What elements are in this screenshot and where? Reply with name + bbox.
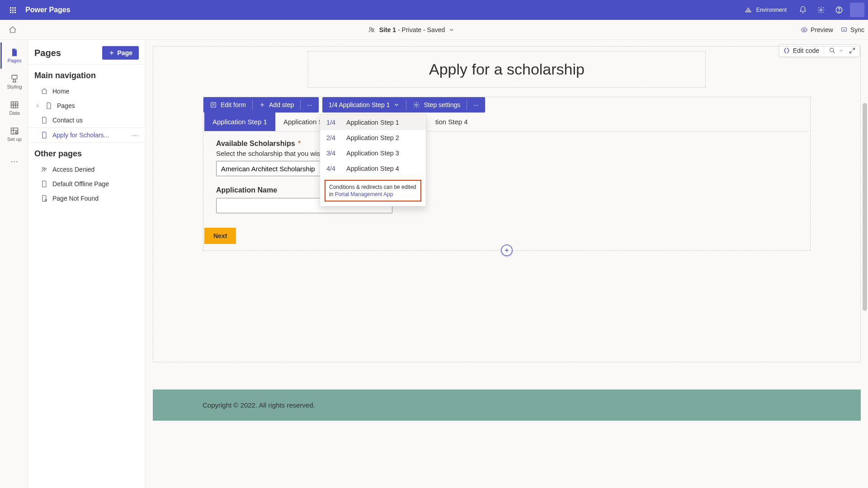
svg-point-5 (803, 29, 805, 31)
rail-more[interactable]: ··· (0, 147, 28, 174)
add-step-button[interactable]: Add step (253, 97, 300, 113)
chevron-down-icon (393, 102, 400, 108)
rail-data[interactable]: Data (0, 95, 28, 121)
sync-button[interactable]: Sync (840, 26, 864, 33)
rail-pages[interactable]: Pages (0, 42, 28, 69)
nav-pages[interactable]: Pages (28, 99, 145, 113)
page-icon (41, 117, 48, 124)
chevron-right-icon (34, 103, 41, 108)
nav-contact-label: Contact us (52, 117, 83, 124)
nav-pages-label: Pages (57, 102, 75, 109)
page-title: Apply for a scholarship (326, 61, 687, 78)
tab-step-1[interactable]: Application Step 1 (204, 113, 275, 131)
form-more-button[interactable]: ··· (301, 97, 319, 113)
svg-point-12 (45, 168, 46, 169)
step-index: 4/4 (326, 165, 339, 172)
step-dropdown-item-4[interactable]: 4/4 Application Step 4 (320, 161, 426, 176)
step-label: Application Step 4 (346, 165, 399, 172)
tab-step-4-partial[interactable]: tion Step 4 (427, 113, 476, 131)
site-name: Site 1 (379, 26, 396, 33)
step-more-button[interactable]: ··· (467, 97, 485, 113)
page-icon (45, 102, 52, 109)
page-heading-section[interactable]: Apply for a scholarship (308, 51, 706, 88)
rail-styling-label: Styling (7, 84, 22, 89)
step-dropdown-note: Conditions & redirects can be edited in … (325, 180, 421, 202)
scholarship-label: Available Scholarships (216, 140, 295, 147)
rail-styling[interactable]: Styling (0, 69, 28, 95)
portal-management-link[interactable]: Portal Management App (335, 191, 393, 197)
notifications-icon[interactable] (794, 1, 812, 19)
site-status[interactable]: Site 1 - Private - Saved (22, 26, 801, 34)
nav-page-not-found-label: Page Not Found (52, 195, 99, 202)
svg-point-10 (15, 131, 17, 133)
app-title: Power Pages (25, 6, 71, 14)
scholarship-help: Select the scholarship that you wis (216, 150, 321, 157)
preview-button[interactable]: Preview (801, 26, 833, 33)
rail-setup[interactable]: Set up (0, 121, 28, 147)
svg-point-4 (372, 28, 374, 30)
people-icon (41, 166, 48, 173)
design-canvas: Edit code Apply for a scholarship (146, 40, 868, 488)
step-dropdown-item-3[interactable]: 3/4 Application Step 3 (320, 145, 426, 161)
nav-default-offline[interactable]: Default Offline Page (28, 177, 145, 191)
environment-icon (744, 5, 753, 14)
rail-data-label: Data (9, 110, 19, 116)
form-section: Edit form Add step ··· 1/4 Application S… (203, 97, 811, 251)
svg-point-11 (42, 167, 44, 169)
app-launcher-icon[interactable] (4, 1, 22, 19)
step-label: Application Step 1 (346, 119, 399, 126)
more-icon: ··· (10, 157, 19, 166)
nav-contact[interactable]: Contact us (28, 113, 145, 127)
edit-form-button[interactable]: Edit form (203, 97, 252, 113)
step-dropdown: 1/4 Application Step 1 2/4 Application S… (320, 114, 426, 206)
add-step-label: Add step (269, 101, 294, 108)
page-warning-icon (41, 195, 48, 202)
step-indicator-button[interactable]: 1/4 Application Step 1 (322, 97, 406, 113)
required-star: * (298, 140, 301, 147)
tab-step-2[interactable]: Application Step 2 (275, 113, 321, 131)
step-settings-button[interactable]: Step settings (406, 97, 467, 113)
nav-home[interactable]: Home (28, 84, 145, 99)
step-dropdown-item-1[interactable]: 1/4 Application Step 1 (320, 115, 426, 130)
other-pages-heading: Other pages (28, 143, 145, 162)
nav-access-denied-label: Access Denied (52, 166, 94, 173)
step-settings-label: Step settings (424, 101, 460, 108)
home-icon[interactable] (4, 21, 22, 39)
next-button[interactable]: Next (204, 228, 236, 244)
command-bar: Site 1 - Private - Saved Preview Sync (0, 20, 868, 40)
pages-panel: Pages Page Main navigation Home Pages Co… (28, 40, 146, 488)
add-page-button[interactable]: Page (102, 46, 139, 60)
svg-rect-7 (12, 75, 17, 79)
form-step-tabs: Application Step 1 Application Step 2 ti… (204, 113, 809, 131)
next-label: Next (213, 232, 227, 239)
rail-setup-label: Set up (7, 136, 22, 142)
svg-point-13 (45, 199, 47, 201)
nav-default-offline-label: Default Offline Page (52, 180, 109, 188)
scrollbar[interactable] (863, 103, 867, 311)
svg-point-2 (839, 11, 839, 12)
user-avatar[interactable] (850, 3, 864, 17)
global-header: Power Pages Environment (0, 0, 868, 20)
svg-point-16 (415, 104, 417, 106)
home-icon (41, 88, 48, 95)
page-icon (41, 131, 48, 139)
nav-home-label: Home (52, 88, 69, 95)
nav-access-denied[interactable]: Access Denied (28, 162, 145, 177)
app-name-label: Application Name (216, 186, 797, 194)
step-index: 2/4 (326, 134, 339, 141)
page-content-area: Apply for a scholarship Edit form Add st… (153, 46, 861, 362)
chevron-down-icon (448, 27, 455, 33)
nav-rail: Pages Styling Data Set up ··· (0, 40, 28, 488)
step-dropdown-item-2[interactable]: 2/4 Application Step 2 (320, 130, 426, 145)
help-icon[interactable] (830, 1, 848, 19)
settings-icon[interactable] (812, 1, 830, 19)
nav-page-not-found[interactable]: Page Not Found (28, 191, 145, 206)
add-section-button[interactable] (501, 244, 513, 256)
environment-picker[interactable]: Environment (744, 5, 787, 14)
sync-label: Sync (850, 26, 864, 33)
page-icon (41, 180, 48, 188)
scholarship-input[interactable] (216, 161, 322, 176)
nav-item-more-icon[interactable]: ··· (132, 131, 139, 139)
preview-label: Preview (811, 26, 833, 33)
nav-apply-scholarship[interactable]: Apply for Scholars... ··· (28, 127, 145, 143)
